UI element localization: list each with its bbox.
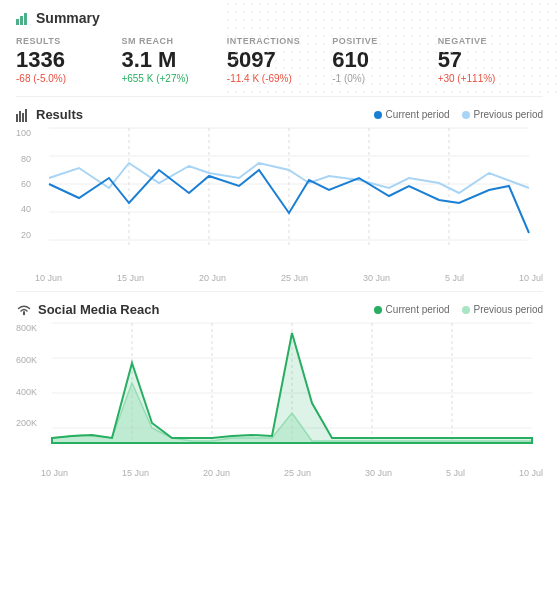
social-previous-dot — [462, 306, 470, 314]
social-svg — [41, 323, 543, 463]
results-y-axis: 100 80 60 40 20 — [16, 128, 31, 283]
social-previous-legend: Previous period — [462, 304, 543, 315]
summary-section: Summary RESULTS1336-68 (-5.0%)SM REACH3.… — [0, 0, 559, 96]
social-current-dot — [374, 306, 382, 314]
stat-delta-2: -11.4 K (-69%) — [227, 73, 322, 84]
stat-label-4: NEGATIVE — [438, 36, 533, 46]
results-svg — [35, 128, 543, 268]
results-previous-dot — [462, 111, 470, 119]
svg-rect-2 — [24, 13, 27, 25]
stat-item-0: RESULTS1336-68 (-5.0%) — [16, 36, 121, 84]
results-previous-legend: Previous period — [462, 109, 543, 120]
stat-value-0: 1336 — [16, 48, 111, 72]
stat-item-1: SM REACH3.1 M+655 K (+27%) — [121, 36, 226, 84]
results-current-dot — [374, 111, 382, 119]
results-x-axis: 10 Jun 15 Jun 20 Jun 25 Jun 30 Jun 5 Jul… — [35, 273, 543, 283]
stat-delta-0: -68 (-5.0%) — [16, 73, 111, 84]
stat-delta-1: +655 K (+27%) — [121, 73, 216, 84]
social-legend: Current period Previous period — [374, 304, 543, 315]
stat-value-1: 3.1 M — [121, 48, 216, 72]
social-y-axis: 800K 600K 400K 200K — [16, 323, 37, 478]
stat-label-2: INTERACTIONS — [227, 36, 322, 46]
social-current-legend: Current period — [374, 304, 450, 315]
results-section: Results Current period Previous period 1… — [0, 97, 559, 291]
summary-title: Summary — [16, 10, 543, 26]
social-chart-header: Social Media Reach Current period Previo… — [16, 302, 543, 317]
svg-rect-0 — [16, 19, 19, 25]
stat-item-4: NEGATIVE57+30 (+111%) — [438, 36, 543, 84]
results-chart-inner: 10 Jun 15 Jun 20 Jun 25 Jun 30 Jun 5 Jul… — [35, 128, 543, 283]
svg-rect-5 — [22, 113, 24, 122]
stat-item-2: INTERACTIONS5097-11.4 K (-69%) — [227, 36, 332, 84]
stat-value-2: 5097 — [227, 48, 322, 72]
svg-point-17 — [23, 312, 25, 314]
summary-icon — [16, 11, 30, 25]
results-title: Results — [16, 107, 83, 122]
stat-item-3: POSITIVE610-1 (0%) — [332, 36, 437, 84]
stat-value-3: 610 — [332, 48, 427, 72]
social-x-axis: 10 Jun 15 Jun 20 Jun 25 Jun 30 Jun 5 Jul… — [41, 468, 543, 478]
results-chart-wrap: 100 80 60 40 20 — [16, 128, 543, 283]
stat-value-4: 57 — [438, 48, 533, 72]
results-icon — [16, 108, 30, 122]
svg-marker-28 — [52, 333, 532, 443]
svg-rect-1 — [20, 16, 23, 25]
results-legend: Current period Previous period — [374, 109, 543, 120]
social-section: Social Media Reach Current period Previo… — [0, 292, 559, 486]
stat-label-3: POSITIVE — [332, 36, 427, 46]
social-chart-inner: 10 Jun 15 Jun 20 Jun 25 Jun 30 Jun 5 Jul… — [41, 323, 543, 478]
stats-row: RESULTS1336-68 (-5.0%)SM REACH3.1 M+655 … — [16, 36, 543, 84]
stat-label-1: SM REACH — [121, 36, 216, 46]
wifi-icon — [16, 303, 32, 317]
social-title: Social Media Reach — [16, 302, 159, 317]
stat-label-0: RESULTS — [16, 36, 111, 46]
svg-rect-4 — [19, 111, 21, 122]
results-chart-header: Results Current period Previous period — [16, 107, 543, 122]
stat-delta-3: -1 (0%) — [332, 73, 427, 84]
svg-rect-3 — [16, 114, 18, 122]
social-chart-wrap: 800K 600K 400K 200K — [16, 323, 543, 478]
stat-delta-4: +30 (+111%) — [438, 73, 533, 84]
results-current-legend: Current period — [374, 109, 450, 120]
svg-rect-6 — [25, 109, 27, 122]
